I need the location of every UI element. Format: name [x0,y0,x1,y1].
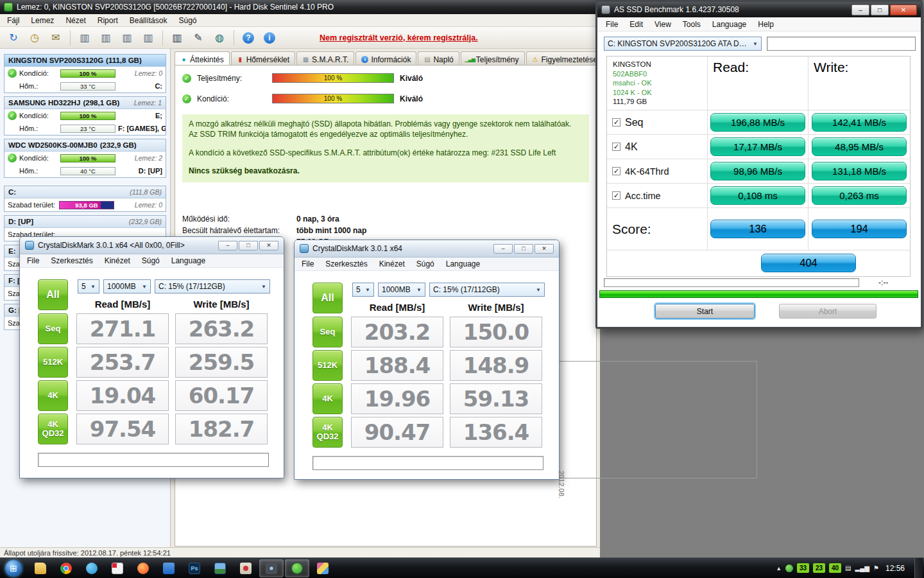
comment-input[interactable] [38,453,269,467]
menu-edit[interactable]: Edit [624,19,649,30]
test-size-select[interactable]: 1000MB ▼ [103,279,151,293]
taskbar-icon-messenger[interactable] [80,559,104,577]
info-icon[interactable]: i [260,29,279,47]
menu-file[interactable]: File [296,258,320,270]
tab-attekintes[interactable]: ● Áttekintés [175,51,230,66]
taskbar-icon-media-player[interactable] [234,559,258,577]
taskbar-icon-image-viewer[interactable] [208,559,232,577]
hds-tray-icon[interactable] [785,565,793,572]
all-test-button[interactable]: All [38,279,68,310]
asssd-title-bar[interactable]: AS SSD Benchmark 1.6.4237.30508 – □ ✕ [597,2,921,17]
menu-lemez[interactable]: Lemez [25,15,60,26]
help-icon[interactable]: ? [239,29,258,47]
seq-test-button[interactable]: Seq [38,313,68,344]
menu-file[interactable]: File [600,19,624,30]
disk-4-icon[interactable]: ▥ [139,29,158,47]
tab-figyelmeztetesek[interactable]: ⚠ Figyelmeztetések [526,51,607,65]
cdm-title-bar[interactable]: CrystalDiskMark 3.0.1 x64 – □ ✕ [295,240,559,258]
all-test-button[interactable]: All [312,283,343,313]
menu-tools[interactable]: Tools [677,19,706,30]
maximize-button[interactable]: □ [239,241,258,250]
temp-tray-disk2[interactable]: 40 [829,563,841,573]
menu-language[interactable]: Language [706,19,752,30]
disk-2-icon[interactable]: ▥ [96,29,116,47]
menu-fajl[interactable]: Fájl [1,15,25,26]
minimize-button[interactable]: – [851,4,869,15]
show-desktop-button[interactable] [914,558,923,578]
network-icon[interactable]: ▂▄▆ [855,565,869,572]
drive-select[interactable]: C: KINGSTON SVP200S3120G ATA Device ▼ [604,37,762,51]
4k-qd32-test-button[interactable]: 4K QD32 [38,414,68,444]
disk-card-samsung[interactable]: SAMSUNG HD322HJ (298,1 GB) Lemez: 1 ✓ Ko… [4,96,166,136]
menu-sugo[interactable]: Súgó [411,258,440,270]
test-size-select[interactable]: 1000MB ▼ [378,283,425,297]
tab-informaciok[interactable]: i Információk [355,51,416,65]
menu-view[interactable]: View [649,19,677,30]
schedule-icon[interactable]: ◷ [25,29,44,47]
maximize-button[interactable]: □ [871,4,889,15]
comment-input[interactable] [767,37,916,51]
online-icon[interactable]: ◍ [210,29,229,47]
close-button[interactable]: ✕ [890,4,917,15]
taskbar-icon-app-blue[interactable] [157,559,181,577]
menu-language[interactable]: Language [440,258,486,270]
512k-test-button[interactable]: 512K [38,347,68,378]
taskbar-icon-firefox[interactable] [131,559,155,577]
tab-teljesitmeny[interactable]: ▁▃▅ Teljesítmény [461,51,525,65]
action-center-flag-icon[interactable]: ⚑ [873,565,879,572]
tab-naplo[interactable]: ▤ Napló [418,51,459,65]
maximize-button[interactable]: □ [514,244,533,254]
4k-checkbox[interactable]: ✓ [612,143,620,151]
disk-test-icon[interactable]: ▥ [167,29,187,47]
4k-test-button[interactable]: 4K [312,383,343,414]
menu-language[interactable]: Language [166,255,211,267]
menu-file[interactable]: File [21,255,45,267]
close-button[interactable]: ✕ [259,241,278,250]
4k-qd32-test-button[interactable]: 4K QD32 [312,417,343,448]
taskbar-icon-hard-disk-sentinel[interactable] [285,559,309,577]
test-count-select[interactable]: 5 ▼ [352,283,374,297]
seq-checkbox[interactable]: ✓ [612,118,620,127]
4k-test-button[interactable]: 4K [38,380,68,411]
tray-app-icon[interactable]: ▤ [845,565,851,572]
close-button[interactable]: ✕ [535,244,554,254]
disk-card-wdc[interactable]: WDC WD2500KS-00MJB0 (232,9 GB) ✓ Kondíci… [4,139,166,178]
tab-smart[interactable]: ▦ S.M.A.R.T. [296,51,354,65]
menu-riport[interactable]: Riport [92,15,124,26]
acc-time-checkbox[interactable]: ✓ [612,191,620,200]
menu-help[interactable]: Help [752,19,780,30]
test-count-select[interactable]: 5 ▼ [78,279,99,293]
tab-homerseklet[interactable]: ▮ Hőmérséklet [231,51,295,65]
taskbar-icon-chrome[interactable] [54,559,78,577]
register-link[interactable]: Nem regisztrált verzió, kérem regisztrál… [320,33,478,42]
512k-test-button[interactable]: 512K [312,350,343,381]
hds-title-bar[interactable]: Lemez: 0, KINGSTON SVP200S3120G [50026B7… [0,0,600,14]
disk-edit-icon[interactable]: ✎ [189,29,208,47]
temp-tray-disk0[interactable]: 33 [797,563,809,573]
taskbar-icon-notepad[interactable] [105,559,130,577]
disk-card-kingston[interactable]: KINGSTON SVP200S3120G (111,8 GB) ✓ Kondí… [4,54,166,93]
menu-szerkesztes[interactable]: Szerkesztés [320,258,373,270]
abort-button[interactable]: Abort [779,304,877,319]
start-button[interactable]: Start [655,304,755,319]
taskbar-icon-paint[interactable] [311,559,335,577]
cdm-title-bar[interactable]: CrystalDiskMark 3.0.1 x64 <All 0x00, 0Fi… [20,237,284,254]
temp-tray-disk1[interactable]: 23 [813,563,825,573]
target-drive-select[interactable]: C: 15% (17/112GB) ▼ [155,279,270,293]
seq-test-button[interactable]: Seq [312,317,343,347]
minimize-button[interactable]: – [218,241,237,250]
menu-kinezet[interactable]: Kinézet [99,255,136,267]
disk-1-icon[interactable]: ▥ [75,29,94,47]
partition-card-c[interactable]: C: (111,8 GB) Szabad terület: 93,8 GB Le… [4,186,166,212]
hidden-icons-arrow[interactable]: ▲ [776,565,782,572]
disk-3-icon[interactable]: ▥ [117,29,137,47]
taskbar-icon-explorer[interactable] [28,559,53,577]
taskbar-icon-photoshop[interactable]: Ps [182,559,207,577]
taskbar-clock[interactable]: 12:56 [886,564,905,573]
start-button-orb[interactable]: ⊞ [5,560,22,577]
refresh-icon[interactable]: ↻ [4,29,23,47]
4k-64thrd-checkbox[interactable]: ✓ [612,167,620,175]
menu-beallitasok[interactable]: Beállítások [124,15,173,26]
menu-szerkesztes[interactable]: Szerkesztés [45,255,98,267]
menu-nezet[interactable]: Nézet [60,15,91,26]
